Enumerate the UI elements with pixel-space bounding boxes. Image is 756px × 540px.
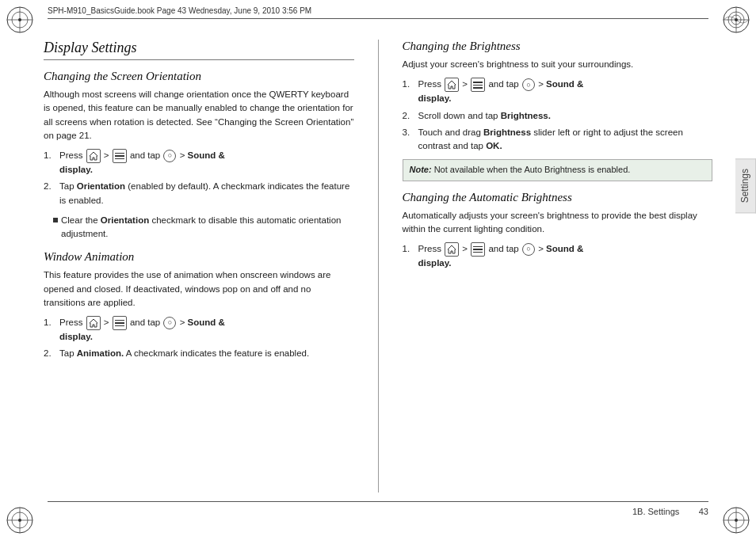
left-column: Display Settings Changing the Screen Ori…: [44, 32, 354, 500]
bottom-bar: 1B. Settings 43: [48, 501, 708, 516]
bullet-icon: [53, 218, 58, 222]
auto-brightness-steps: 1. Press > and tap ○ > Sound &display.: [403, 242, 713, 270]
settings-tab: Settings: [735, 158, 756, 213]
home-icon: [86, 149, 101, 163]
auto-brightness-title: Changing the Automatic Brightness: [403, 191, 713, 204]
svg-point-15: [18, 519, 21, 522]
note-label: Note:: [410, 165, 432, 174]
section1-body: Although most screens will change orient…: [44, 88, 354, 143]
home-icon-3: [445, 78, 459, 92]
step-1: 1. Press > and tap ○ > Sound &display.: [44, 149, 354, 177]
main-title: Display Settings: [44, 40, 354, 60]
top-bar: SPH-M910_BasicsGuide.book Page 43 Wednes…: [48, 6, 708, 19]
note-box: Note: Not available when the Auto Bright…: [403, 159, 713, 181]
bright-step-2: 2. Scroll down and tap Brightness.: [403, 109, 713, 123]
bright-step-1: 1. Press > and tap ○ > Sound &display.: [403, 78, 713, 105]
brightness-body: Adjust your screen's brightness to suit …: [403, 58, 713, 71]
bullet-orientation: Clear the Orientation checkmark to disab…: [44, 214, 354, 241]
circle-icon-2: ○: [163, 317, 176, 329]
anim-step-1: 1. Press > and tap ○ > Sound &display.: [44, 316, 354, 344]
anim-step-2: 2. Tap Animation. A checkmark indicates …: [44, 347, 354, 360]
section2-body: This feature provides the use of animati…: [44, 268, 354, 310]
menu-icon-2: [113, 316, 127, 330]
brightness-steps: 1. Press > and tap ○ > Sound &display.: [403, 78, 713, 153]
note-text: Not available when the Auto Brightness i…: [434, 165, 631, 174]
svg-point-20: [735, 519, 738, 522]
circle-icon-4: ○: [522, 243, 535, 256]
corner-decoration-bl: [4, 504, 36, 536]
home-icon-2: [86, 316, 101, 330]
corner-decoration-tr: [720, 4, 752, 36]
main-content: Display Settings Changing the Screen Ori…: [44, 32, 712, 500]
home-icon-4: [445, 242, 459, 257]
svg-point-4: [18, 18, 21, 21]
step-2: 2. Tap Orientation (enabled by default).…: [44, 180, 354, 207]
menu-icon-1: [113, 149, 127, 163]
circle-icon-3: ○: [522, 78, 535, 91]
corner-decoration-tl: [4, 4, 36, 36]
auto-step-1: 1. Press > and tap ○ > Sound &display.: [403, 242, 713, 270]
chapter-info: 1B. Settings 43: [632, 507, 708, 516]
menu-icon-3: [471, 78, 485, 92]
menu-icon-4: [471, 242, 485, 257]
column-divider: [378, 40, 379, 492]
section1-title: Changing the Screen Orientation: [44, 70, 354, 83]
auto-brightness-body: Automatically adjusts your screen's brig…: [403, 209, 713, 237]
bright-step-3: 3. Touch and drag Brightness slider left…: [403, 126, 713, 154]
section2-title: Window Animation: [44, 250, 354, 264]
file-info: SPH-M910_BasicsGuide.book Page 43 Wednes…: [48, 6, 311, 15]
circle-icon-1: ○: [163, 150, 176, 162]
corner-decoration-br: [720, 504, 752, 536]
orientation-steps: 1. Press > and tap ○ > Sound &display.: [44, 149, 354, 207]
brightness-title: Changing the Brightness: [403, 40, 713, 53]
animation-steps: 1. Press > and tap ○ > Sound &display.: [44, 316, 354, 361]
right-column: Changing the Brightness Adjust your scre…: [403, 32, 713, 500]
